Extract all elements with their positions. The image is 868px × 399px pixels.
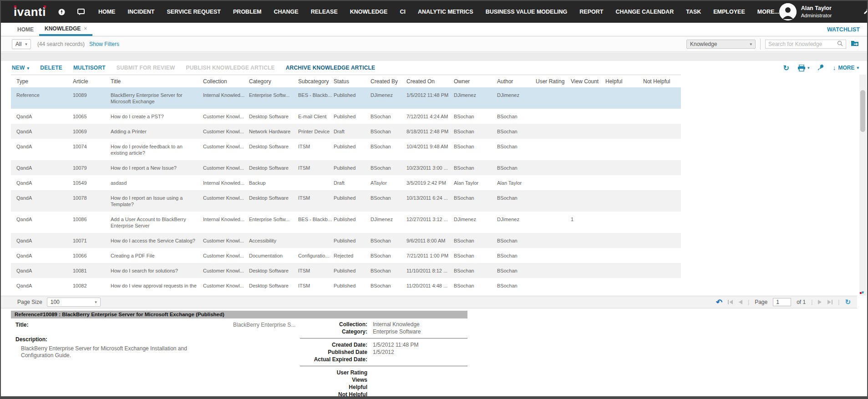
table-row[interactable]: QandA10549asdasdInternal Knowled...Backu… [11, 175, 681, 190]
scrollbar-thumb[interactable] [860, 90, 865, 132]
column-header-created-by[interactable]: Created By [371, 78, 406, 85]
nav-menu: HOMEINCIDENTSERVICE REQUESTPROBLEMCHANGE… [98, 9, 779, 15]
detail-field-label: Published Date [300, 348, 367, 356]
cell-status: Draft [334, 175, 371, 190]
column-header-article[interactable]: Article [73, 78, 111, 85]
cell-view-count: 1 [571, 212, 605, 227]
cell-title: Creating a PDF File [111, 248, 203, 263]
cell-not-helpful [643, 175, 681, 184]
target-icon[interactable] [58, 8, 66, 16]
divider [760, 39, 761, 50]
cell-collection: Internal Knowled... [203, 87, 249, 102]
toolbar-new-button[interactable]: NEW▾ [12, 65, 29, 71]
column-header-not-helpful[interactable]: Not Helpful [643, 78, 681, 85]
cell-user-rating [536, 87, 571, 96]
search-input[interactable]: Search for Knowledge [765, 40, 846, 49]
cell-status: Rejected [334, 248, 371, 263]
table-row[interactable]: QandA10079How do I report a New Issue?Cu… [11, 160, 681, 175]
nav-item-employee[interactable]: EMPLOYEE [713, 9, 745, 15]
table-row[interactable]: QandA10082How do I view approval request… [11, 278, 681, 293]
column-header-collection[interactable]: Collection [203, 78, 249, 85]
nav-item-release[interactable]: RELEASE [311, 9, 338, 15]
table-row[interactable]: QandA10071How do I access the Service Ca… [11, 233, 681, 248]
nav-item-report[interactable]: REPORT [579, 9, 603, 15]
nav-item-analytic-metrics[interactable]: ANALYTIC METRICS [418, 9, 473, 15]
page-size-select[interactable]: 100 ▾ [47, 298, 101, 307]
nav-item-home[interactable]: HOME [98, 9, 116, 15]
nav-user-area: Alan Taylor Administrator ? [779, 3, 868, 20]
table-row[interactable]: QandA10078How do I report an Issue using… [11, 190, 681, 212]
avatar[interactable] [779, 3, 797, 20]
tab-knowledge[interactable]: KNOWLEDGE × [39, 23, 92, 36]
show-filters-link[interactable]: Show Filters [89, 41, 119, 47]
search-icon[interactable] [837, 40, 843, 48]
cell-created-on: 3/5/2019 2:42 PM [406, 175, 454, 190]
cell-user-rating [536, 248, 571, 257]
column-header-author[interactable]: Author [497, 78, 536, 85]
cell-owner: BSochan [454, 139, 497, 154]
nav-item-service-request[interactable]: SERVICE REQUEST [167, 9, 221, 15]
column-header-subcategory[interactable]: Subcategory [298, 78, 334, 85]
table-row[interactable]: QandA10081How do I search for solutions?… [11, 263, 681, 278]
table-row[interactable]: QandA10069Adding a PrinterCustomer Knowl… [11, 124, 681, 139]
column-header-title[interactable]: Title [111, 78, 203, 85]
table-row[interactable]: QandA10074How do I provide feedback to a… [11, 139, 681, 160]
detail-info: Collection:Internal KnowledgeCategory:En… [300, 321, 467, 398]
pin-icon[interactable] [817, 64, 824, 72]
next-page-icon[interactable] [818, 300, 822, 304]
nav-item-change[interactable]: CHANGE [274, 9, 299, 15]
first-page-icon[interactable] [728, 300, 733, 304]
nav-item-ci[interactable]: CI [400, 9, 406, 15]
cell-subcategory: BES - Blackb... [298, 87, 334, 102]
close-icon[interactable]: × [84, 25, 87, 32]
context-select[interactable]: Knowledge ▾ [686, 40, 756, 49]
detail-field-value [367, 384, 373, 391]
column-header-category[interactable]: Category [249, 78, 298, 85]
refresh-icon[interactable]: ↻ [845, 298, 851, 306]
table-row[interactable]: Reference10089BlackBerry Enterprise Serv… [11, 87, 681, 109]
chat-icon[interactable] [77, 9, 85, 15]
toolbar-multisort-button[interactable]: MULTISORT [73, 65, 106, 71]
cell-user-rating [536, 263, 571, 272]
table-row[interactable]: QandA10066Creating a PDF FileCustomer Kn… [11, 248, 681, 263]
settings-wrench-icon[interactable] [863, 8, 868, 16]
column-header-created-on[interactable]: Created On [406, 78, 454, 85]
detail-field-label: User Rating [300, 369, 367, 376]
print-button[interactable]: ▾ [797, 65, 810, 71]
refresh-icon[interactable]: ↻ [783, 64, 789, 72]
toolbar-delete-button[interactable]: DELETE [40, 65, 62, 71]
nav-item-more[interactable]: MORE... [757, 9, 779, 15]
scope-select[interactable]: All ▾ [12, 39, 31, 49]
vertical-scrollbar[interactable]: ▼ [859, 75, 866, 296]
more-button[interactable]: ↓ MORE ▾ [832, 64, 859, 71]
folder-icon[interactable] [851, 40, 859, 48]
nav-item-task[interactable]: TASK [686, 9, 701, 15]
column-header-view-count[interactable]: View Count [571, 78, 605, 85]
column-header-type[interactable]: Type [16, 78, 73, 85]
nav-item-knowledge[interactable]: KNOWLEDGE [350, 9, 388, 15]
last-page-icon[interactable] [827, 300, 832, 304]
page-number-input[interactable]: 1 [773, 298, 791, 306]
watchlist-link[interactable]: WATCHLIST [827, 26, 860, 33]
scroll-down-button[interactable]: ▼ [859, 288, 866, 295]
cell-subcategory: ITSM [298, 160, 334, 175]
cell-created-by: BSochan [371, 109, 406, 124]
background-band [1, 52, 867, 61]
nav-item-business-value-modeling[interactable]: BUSINESS VALUE MODELING [486, 9, 568, 15]
column-header-owner[interactable]: Owner [454, 78, 497, 85]
column-header-status[interactable]: Status [334, 78, 371, 85]
undo-icon[interactable]: ↶ [716, 298, 722, 306]
prev-page-icon[interactable] [738, 300, 742, 304]
cell-category: Desktop Software [249, 278, 298, 293]
nav-item-change-calendar[interactable]: CHANGE CALENDAR [615, 9, 674, 15]
column-header-user-rating[interactable]: User Rating [536, 78, 571, 85]
table-row[interactable]: QandA10065How do I create a PST?Customer… [11, 109, 681, 124]
nav-item-incident[interactable]: INCIDENT [127, 9, 154, 15]
toolbar-archive-knowledge-article-button[interactable]: ARCHIVE KNOWLEDGE ARTICLE [286, 65, 376, 71]
column-header-helpful[interactable]: Helpful [605, 78, 643, 85]
nav-item-problem[interactable]: PROBLEM [233, 9, 262, 15]
tab-home[interactable]: HOME [12, 23, 39, 36]
cell-owner: Alan Taylor [454, 175, 497, 190]
cell-created-on: 10/13/2011 6:24 ... [406, 190, 454, 205]
table-row[interactable]: QandA10086Add a User Account to BlackBer… [11, 212, 681, 233]
